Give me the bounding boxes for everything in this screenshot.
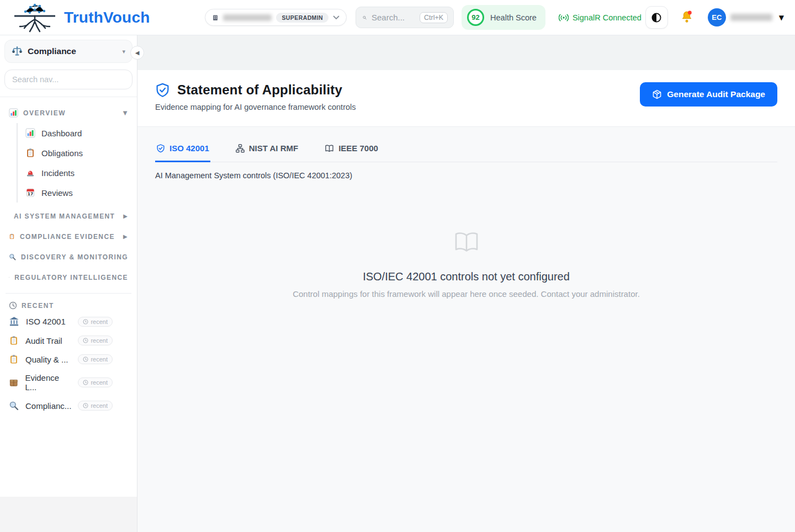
health-score-value: 92 [467,9,484,26]
recent-header: RECENT [6,298,131,312]
tab-iso-42001[interactable]: ISO 42001 [155,138,210,162]
dashboard-chart-icon [25,128,35,138]
open-book-icon [454,231,479,254]
sidebar-column: Compliance ▾ ◀ OVERVIEW ▼ [0,35,137,532]
sidebar-collapse-button[interactable]: ◀ [130,46,144,60]
clipboard-icon [9,336,19,345]
module-switcher[interactable]: Compliance ▾ [4,40,132,63]
sidebar-search-input[interactable] [4,70,132,89]
page-header: Statement of Applicability Evidence mapp… [137,70,795,127]
recent-badge: recent [78,377,113,387]
nav-item-label: Reviews [41,188,73,198]
clock-icon [9,301,17,310]
module-chevron-icon: ▾ [122,48,125,55]
recent-item-label: Quality & ... [25,355,68,364]
user-menu[interactable]: EC ▼ [693,8,784,26]
nav-section-ai-system-management[interactable]: AI SYSTEM MANAGEMENT ▶ [6,206,131,226]
sidebar: Compliance ▾ ◀ OVERVIEW ▼ [0,35,137,497]
notification-dot [688,11,692,15]
nav-group-overview[interactable]: OVERVIEW ▼ [6,104,131,122]
user-menu-caret-icon: ▼ [779,14,784,22]
open-book-icon [325,144,334,153]
workspace-selector[interactable]: SUPERADMIN [205,9,347,26]
workspace-name-redacted [223,14,272,21]
recent-item-quality[interactable]: Quality & ... recent [6,350,131,369]
scales-icon [12,46,23,57]
chevron-down-icon [333,15,340,20]
sidebar-item-incidents[interactable]: Incidents [21,163,131,183]
bar-chart-icon [9,108,18,118]
newspaper-icon [9,273,9,282]
search-icon [363,13,367,22]
recent-badge: recent [78,336,113,345]
notifications-button[interactable] [680,10,693,25]
sidebar-nav: OVERVIEW ▼ Dashboard [0,97,137,415]
framework-content: ISO 42001 NIST AI RMF IEEE 7000 [137,127,795,299]
generate-button-label: Generate Audit Package [667,89,765,99]
bank-icon [9,316,19,327]
empty-state: ISO/IEC 42001 controls not yet configure… [155,231,777,299]
recent-badge: recent [78,401,113,411]
theme-toggle-button[interactable] [645,6,668,29]
clipboard-icon [25,148,35,158]
recent-item-label: Complianc... [25,401,71,411]
generate-audit-package-button[interactable]: Generate Audit Package [640,82,777,107]
sidebar-item-obligations[interactable]: Obligations [21,143,131,163]
tab-ieee-7000[interactable]: IEEE 7000 [324,138,379,162]
app-name: TruthVouch [64,9,150,26]
shield-check-icon [156,144,165,153]
recent-item-label: Audit Trail [25,336,62,345]
nav-item-label: Dashboard [41,129,82,138]
sidebar-item-dashboard[interactable]: Dashboard [21,123,131,143]
health-score-label: Health Score [490,13,537,22]
recent-item-compliance[interactable]: Complianc... recent [6,396,131,415]
signalr-status: SignalR Connected [559,13,642,22]
recent-badge: recent [78,317,113,327]
page-title: Statement of Applicability [177,82,342,98]
nav-section-label: COMPLIANCE EVIDENCE [20,233,115,241]
nav-section-discovery-monitoring[interactable]: DISCOVERY & MONITORING [6,247,131,267]
nav-section-compliance-evidence[interactable]: COMPLIANCE EVIDENCE ▶ [6,226,131,247]
tab-nist-ai-rmf[interactable]: NIST AI RMF [235,138,299,162]
role-badge: SUPERADMIN [276,13,328,23]
app-logo[interactable]: TruthVouch [11,3,150,33]
empty-state-title: ISO/IEC 42001 controls not yet configure… [155,270,777,283]
module-name: Compliance [28,46,76,56]
calendar-icon: 17 [25,188,35,198]
recent-badge: recent [78,354,113,364]
contrast-icon [651,12,662,23]
recent-item-iso-42001[interactable]: ISO 42001 recent [6,312,131,331]
clock-icon [83,380,88,385]
search-input[interactable] [372,13,415,22]
health-score-badge: 92 Health Score [462,5,545,30]
nav-section-label: AI SYSTEM MANAGEMENT [14,212,115,220]
top-bar: TruthVouch SUPERADMIN Ctrl+K 92 Health S… [0,0,795,35]
nav-section-regulatory-intelligence[interactable]: REGULATORY INTELLIGENCE [6,267,131,288]
building-icon [212,14,219,21]
empty-state-message: Control mappings for this framework will… [155,289,777,299]
tab-label: ISO 42001 [169,143,209,153]
sidebar-item-reviews[interactable]: 17 Reviews [21,183,131,203]
clock-icon [83,338,88,343]
nav-group-label: OVERVIEW [23,109,66,117]
chevron-right-icon: ▶ [123,233,128,240]
nav-item-label: Obligations [41,148,83,158]
avatar: EC [708,8,726,26]
recent-item-evidence[interactable]: Evidence L... recent [6,369,131,396]
package-cube-icon [652,89,662,99]
recent-label: RECENT [22,302,54,310]
global-search[interactable]: Ctrl+K [356,7,454,28]
search-shortcut: Ctrl+K [420,12,448,23]
page-subtitle: Evidence mapping for AI governance frame… [155,103,356,111]
top-band [137,35,795,70]
magnifier-icon [9,252,16,262]
recent-item-audit-trail[interactable]: Audit Trail recent [6,331,131,350]
clock-icon [83,357,88,362]
clock-icon [83,319,88,324]
package-icon [9,377,18,387]
chevron-right-icon: ▶ [123,213,128,219]
overview-subnav: Dashboard Obligations [17,123,131,203]
user-name-redacted [730,14,772,21]
nav-item-label: Incidents [41,168,75,178]
shield-check-icon [155,83,170,98]
